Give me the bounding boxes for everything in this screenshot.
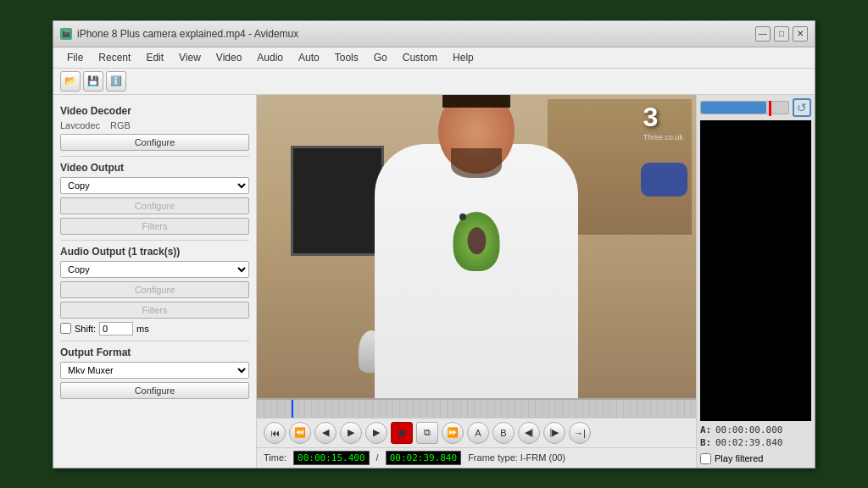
menu-audio[interactable]: Audio xyxy=(250,50,290,65)
menu-auto[interactable]: Auto xyxy=(292,50,326,65)
divider-3 xyxy=(60,341,249,341)
minimize-button[interactable]: — xyxy=(755,26,771,42)
shift-unit: ms xyxy=(136,324,149,334)
title-bar: 🎬 iPhone 8 Plus camera explained.mp4 - A… xyxy=(53,21,815,47)
maximize-button[interactable]: □ xyxy=(774,26,789,42)
point-a-row: A: 00:00:00.000 xyxy=(700,424,811,435)
audio-output-select[interactable]: Copy AAC MP3 AC3 xyxy=(60,261,249,278)
video-output-title: Video Output xyxy=(60,162,249,174)
menu-file[interactable]: File xyxy=(60,50,90,65)
stop-btn[interactable]: ⏹ xyxy=(391,422,413,444)
lavcodec-tab[interactable]: Lavcodec xyxy=(60,120,100,130)
title-bar-controls: — □ ✕ xyxy=(755,26,808,42)
info-button[interactable]: ℹ️ xyxy=(106,71,126,92)
total-time: 00:02:39.840 xyxy=(386,451,461,465)
video-output-select-row: Copy MPEG-4 AVC MPEG-4 ASP FFV1 xyxy=(60,177,249,194)
last-btn[interactable]: →| xyxy=(569,422,591,444)
shift-input[interactable] xyxy=(99,322,133,336)
point-a-value: 00:00:00.000 xyxy=(715,424,782,435)
timeline-area[interactable] xyxy=(257,399,696,418)
shift-row: Shift: ms xyxy=(60,322,249,336)
preview-thumbnail xyxy=(700,120,811,421)
menu-bar: File Recent Edit View Video Audio Auto T… xyxy=(53,47,815,69)
person-shirt xyxy=(375,144,578,398)
current-time: 00:00:15.400 xyxy=(293,451,369,465)
status-bar: Time: 00:00:15.400 / 00:02:39.840 Frame … xyxy=(257,447,696,468)
menu-go[interactable]: Go xyxy=(367,50,394,65)
main-content: Video Decoder Lavcodec RGB Configure Vid… xyxy=(53,95,815,468)
frame-type: Frame type: I-FRM (00) xyxy=(468,452,565,463)
point-a-label: A: xyxy=(700,424,712,435)
time-label: Time: xyxy=(264,452,287,463)
video-decoder-configure-btn[interactable]: Configure xyxy=(60,134,249,151)
video-display: 3 Three.co.uk xyxy=(257,95,696,398)
menu-video[interactable]: Video xyxy=(209,50,248,65)
shift-checkbox[interactable] xyxy=(60,323,71,334)
toolbar: 📂 💾 ℹ️ xyxy=(53,69,815,95)
output-format-select[interactable]: Mkv Muxer MP4 Muxer AVI Muxer xyxy=(60,362,249,379)
next-key-btn[interactable]: |▶ xyxy=(543,422,565,444)
decoder-tabs: Lavcodec RGB xyxy=(60,120,249,130)
output-format-title: Output Format xyxy=(60,347,249,358)
audio-output-select-row: Copy AAC MP3 AC3 xyxy=(60,261,249,278)
menu-edit[interactable]: Edit xyxy=(139,50,170,65)
controls-bar: ⏮ ⏪ ◀ ▶ ▶ ⏹ ⧉ ⏩ A B ◀| |▶ →| xyxy=(257,418,696,447)
timeline-bar xyxy=(257,400,696,418)
play-btn[interactable]: ▶ xyxy=(340,422,362,444)
audio-filters-btn[interactable]: Filters xyxy=(60,302,249,319)
avocado xyxy=(453,212,500,271)
next-frame-btn[interactable]: ▶ xyxy=(365,422,387,444)
segment-btn[interactable]: ⧉ xyxy=(416,422,438,444)
menu-tools[interactable]: Tools xyxy=(328,50,365,65)
point-b-label: B: xyxy=(700,437,712,448)
point-b-value: 00:02:39.840 xyxy=(715,437,782,448)
avocado-pit xyxy=(467,227,486,254)
skip-start-btn[interactable]: ⏮ xyxy=(264,422,286,444)
person-beard xyxy=(451,148,502,178)
three-logo-area: 3 Three.co.uk xyxy=(643,102,683,141)
volume-slider[interactable] xyxy=(700,101,789,114)
three-logo: 3 xyxy=(643,102,683,133)
output-configure-btn[interactable]: Configure xyxy=(60,382,249,399)
fast-forward-btn[interactable]: ⏩ xyxy=(442,422,464,444)
video-wrapper: 3 Three.co.uk ⏮ ⏪ ◀ ▶ ▶ xyxy=(257,95,696,468)
shift-label: Shift: xyxy=(75,324,96,334)
right-panel: ↺ A: 00:00:00.000 B: 00:02:39.840 Play f… xyxy=(696,95,815,468)
output-format-select-row: Mkv Muxer MP4 Muxer AVI Muxer xyxy=(60,362,249,379)
prev-frame-btn[interactable]: ◀ xyxy=(314,422,337,444)
microphone-clip xyxy=(459,214,466,220)
prev-key-btn[interactable]: ◀| xyxy=(518,422,540,444)
divider-1 xyxy=(60,156,249,157)
open-button[interactable]: 📂 xyxy=(60,71,81,92)
audio-configure-btn[interactable]: Configure xyxy=(60,281,249,298)
loop-button[interactable]: ↺ xyxy=(793,98,811,117)
set-a-btn[interactable]: A xyxy=(467,422,489,444)
three-url: Three.co.uk xyxy=(643,133,683,141)
save-button[interactable]: 💾 xyxy=(83,71,103,92)
menu-help[interactable]: Help xyxy=(446,50,481,65)
separator: / xyxy=(376,452,379,463)
monitor xyxy=(291,146,384,256)
rewind-btn[interactable]: ⏪ xyxy=(289,422,311,444)
time-points: A: 00:00:00.000 B: 00:02:39.840 xyxy=(700,424,811,450)
video-output-select[interactable]: Copy MPEG-4 AVC MPEG-4 ASP FFV1 xyxy=(60,177,249,194)
volume-fill xyxy=(701,102,766,114)
close-button[interactable]: ✕ xyxy=(793,26,808,42)
video-filters-btn[interactable]: Filters xyxy=(60,218,249,235)
video-configure-btn[interactable]: Configure xyxy=(60,197,249,214)
rgb-tab[interactable]: RGB xyxy=(110,120,131,130)
set-b-btn[interactable]: B xyxy=(492,422,515,444)
main-window: 🎬 iPhone 8 Plus camera explained.mp4 - A… xyxy=(53,20,815,469)
menu-view[interactable]: View xyxy=(172,50,208,65)
audio-output-title: Audio Output (1 track(s)) xyxy=(60,246,249,258)
play-filtered-row: Play filtered xyxy=(700,453,811,464)
menu-recent[interactable]: Recent xyxy=(92,50,137,65)
volume-row: ↺ xyxy=(700,98,811,117)
window-title: iPhone 8 Plus camera explained.mp4 - Avi… xyxy=(77,28,298,40)
volume-marker xyxy=(769,101,771,116)
app-icon: 🎬 xyxy=(60,28,72,40)
menu-custom[interactable]: Custom xyxy=(396,50,444,65)
play-filtered-checkbox[interactable] xyxy=(700,453,711,464)
game-controller xyxy=(641,163,687,197)
timeline-marker xyxy=(292,400,293,418)
